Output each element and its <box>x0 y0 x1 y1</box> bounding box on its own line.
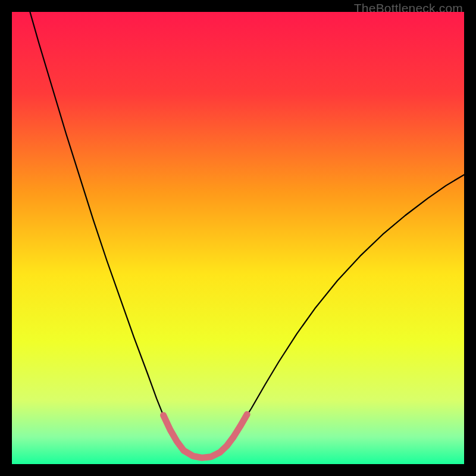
plot-area <box>12 12 464 464</box>
chart-container: TheBottleneck.com <box>0 0 476 476</box>
gradient-background <box>12 12 464 464</box>
bottleneck-chart-svg <box>12 12 464 464</box>
